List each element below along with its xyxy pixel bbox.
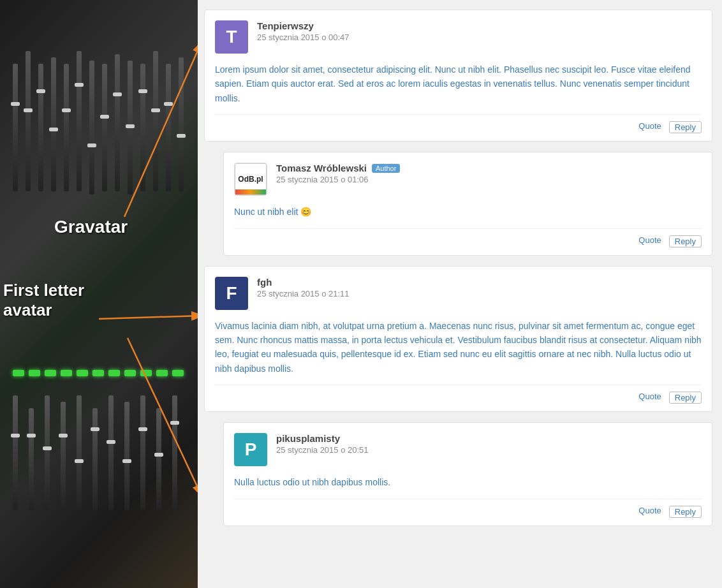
comment-date-2: 25 stycznia 2015 o 01:06: [276, 175, 400, 184]
reply-button-2[interactable]: Reply: [669, 235, 702, 247]
comment-body-4: Nulla luctus odio ut nibh dapibus mollis…: [234, 475, 702, 489]
comment-meta-1: Tenpierwszy 25 stycznia 2015 o 00:47: [257, 20, 350, 42]
comment-card-4: P pikusplamisty 25 stycznia 2015 o 20:51…: [223, 422, 712, 526]
reply-button-1[interactable]: Reply: [669, 121, 702, 133]
comment-author-4: pikusplamisty: [276, 433, 369, 444]
comment-date-1: 25 stycznia 2015 o 00:47: [257, 33, 350, 42]
comment-actions-1: Quote Reply: [215, 114, 702, 133]
comment-header-4: P pikusplamisty 25 stycznia 2015 o 20:51: [234, 433, 702, 466]
quote-button-3[interactable]: Quote: [638, 392, 661, 404]
gravatar-label: Gravatar: [54, 217, 128, 237]
comment-meta-2: Tomasz Wróblewski Author 25 stycznia 201…: [276, 163, 400, 184]
comment-body-3: Vivamus lacinia diam nibh, at volutpat u…: [215, 319, 702, 376]
avatar-3: F: [215, 277, 248, 310]
avatar-1: T: [215, 20, 248, 54]
comment-actions-2: Quote Reply: [234, 228, 702, 247]
reply-button-4[interactable]: Reply: [669, 506, 702, 518]
quote-button-2[interactable]: Quote: [638, 235, 661, 247]
quote-button-4[interactable]: Quote: [638, 506, 661, 518]
comment-card-2: OdB.pl Tomasz Wróblewski Author 25 stycz…: [223, 152, 712, 255]
comment-header-1: T Tenpierwszy 25 stycznia 2015 o 00:47: [215, 20, 702, 54]
comment-actions-3: Quote Reply: [215, 385, 702, 404]
first-letter-avatar-label: First letteravatar: [3, 281, 84, 320]
comment-actions-4: Quote Reply: [234, 499, 702, 518]
comment-card-1: T Tenpierwszy 25 stycznia 2015 o 00:47 L…: [204, 10, 712, 142]
comment-body-2: Nunc ut nibh elit 😊: [234, 205, 702, 219]
comment-author-3: fgh: [257, 277, 350, 288]
comment-header-3: F fgh 25 stycznia 2015 o 21:11: [215, 277, 702, 310]
comment-date-3: 25 stycznia 2015 o 21:11: [257, 289, 350, 298]
comment-author-2: Tomasz Wróblewski Author: [276, 163, 400, 173]
comment-meta-3: fgh 25 stycznia 2015 o 21:11: [257, 277, 350, 298]
reply-button-3[interactable]: Reply: [669, 392, 702, 404]
avatar-4: P: [234, 433, 267, 466]
quote-button-1[interactable]: Quote: [638, 121, 661, 133]
comment-header-2: OdB.pl Tomasz Wróblewski Author 25 stycz…: [234, 163, 702, 196]
comment-card-3: F fgh 25 stycznia 2015 o 21:11 Vivamus l…: [204, 266, 712, 413]
comment-body-1: Lorem ipsum dolor sit amet, consectetur …: [215, 62, 702, 105]
content-panel: T Tenpierwszy 25 stycznia 2015 o 00:47 L…: [198, 0, 722, 588]
comment-meta-4: pikusplamisty 25 stycznia 2015 o 20:51: [276, 433, 369, 455]
comment-date-4: 25 stycznia 2015 o 20:51: [276, 445, 369, 455]
author-badge: Author: [372, 164, 400, 173]
comment-author-1: Tenpierwszy: [257, 20, 350, 31]
avatar-2: OdB.pl: [234, 163, 267, 196]
